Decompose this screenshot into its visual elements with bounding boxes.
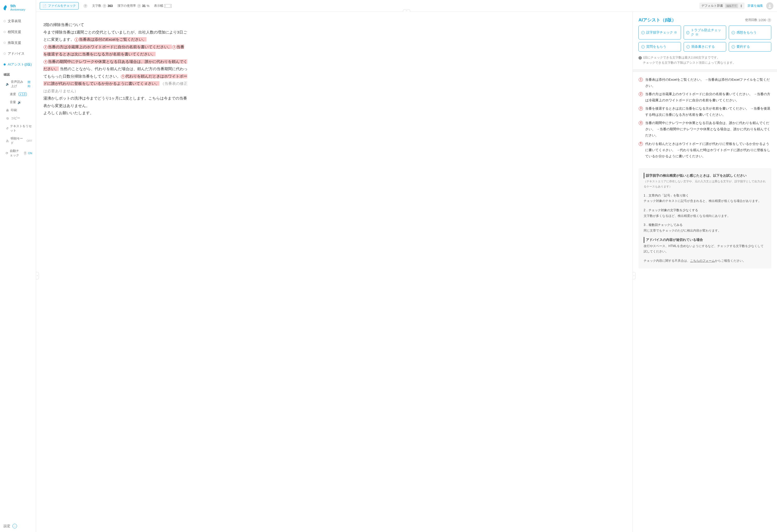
suggestion-row[interactable]: 1当番表は添付のExcelをご覧ください。 →当番表は添付のExcelファイルを… xyxy=(639,77,771,89)
reset-icon: ↺ xyxy=(6,127,8,130)
mincho-toggle[interactable]: あ明朝モード OFF xyxy=(0,135,36,147)
nav-dot-icon xyxy=(4,63,6,65)
help-icon[interactable]: ? xyxy=(137,4,141,8)
display-width-control[interactable]: 表示幅 xyxy=(154,4,172,8)
nav-dot-icon xyxy=(4,31,6,33)
print-button[interactable]: 🖶印刷 xyxy=(0,106,36,114)
print-icon: 🖶 xyxy=(6,109,9,112)
assist-button-grid: ✓誤字脱字チェック ※✓トラブル防止チェック ※✓感想をもらう✓質問をもらう✓箇… xyxy=(633,25,777,55)
logo[interactable]: 5th Anniversary xyxy=(0,0,36,16)
chevron-updown-icon: ▲▼ xyxy=(740,4,743,8)
marker-1[interactable]: 1 xyxy=(75,38,79,42)
check-circle-icon: ✓ xyxy=(686,31,689,34)
assist-header: AIアシスト（β版） 使用回数 1/200 ? xyxy=(633,12,777,25)
char-count-stat: 文字数 ? 363 xyxy=(92,4,113,8)
dictionary-select[interactable]: デフォルト辞書 編集不可 ▲▼ xyxy=(699,3,745,9)
font-icon: あ xyxy=(6,139,9,143)
nav-item-0[interactable]: 文章表現 xyxy=(0,16,36,26)
tip-item: 1．文章内の「記号」を取り除くチェック対象のテキストに記号が含まれると、検出精度… xyxy=(644,193,766,204)
autocheck-toggle[interactable]: ⟳自動チェック ? ON xyxy=(0,147,36,159)
document-text[interactable]: 2階の掃除当番について 今まで掃除当番は1週間ごとの交代としていましたが、出社人… xyxy=(43,21,188,117)
marker-1: 1 xyxy=(639,78,643,82)
assist-button-0[interactable]: ✓誤字脱字チェック ※ xyxy=(639,25,681,39)
speech-volume[interactable]: 音量 🔊 xyxy=(0,98,36,106)
nav-item-3[interactable]: アドバイス xyxy=(0,48,36,59)
marker-4[interactable]: 4 xyxy=(43,60,48,64)
speaker-icon: 🔉 xyxy=(6,82,9,86)
suggestion-row[interactable]: 5代わりを頼んだときはホワイトボードに誰が代わりに登板をしているか分かるように書… xyxy=(639,141,771,159)
info-icon: i xyxy=(644,173,644,179)
user-icon xyxy=(768,4,772,8)
assist-button-4[interactable]: ✓箇条書きにする xyxy=(684,42,726,51)
speech-toggle[interactable]: 🔉 音声読み上げ 開始 xyxy=(0,78,36,90)
suggestions-list: 1当番表は添付のExcelをご覧ください。 →当番表は添付のExcelファイルを… xyxy=(633,72,777,166)
assist-button-3[interactable]: ✓質問をもらう xyxy=(639,42,681,51)
suggestion-row[interactable]: 4当番の期間中にテレワークや休業となる日ある場合は、誰かに代わりを頼んでください… xyxy=(639,120,771,138)
editor-pane[interactable]: ‹ 2階の掃除当番について 今まで掃除当番は1週間ごとの交代としていましたが、出… xyxy=(36,12,633,532)
settings-button[interactable]: 設定 ⋯ xyxy=(0,520,36,532)
volume-icon: 🔊 xyxy=(17,101,21,104)
confirm-section-label: 確認 xyxy=(0,70,36,78)
report-form-link[interactable]: こちらのフォーム xyxy=(690,259,715,263)
help-icon[interactable]: ? xyxy=(767,18,771,22)
copy-icon: ⧉ xyxy=(6,117,9,120)
nav-list: 文章表現校閲支援推敲支援アドバイスAIアシスト(β版) xyxy=(0,16,36,70)
assist-usage: 使用回数 1/200 ? xyxy=(745,18,771,22)
marker-4: 4 xyxy=(639,121,643,125)
marker-5: 5 xyxy=(639,142,643,146)
help-icon[interactable]: ? xyxy=(83,4,88,8)
width-toggle-icon xyxy=(164,4,172,8)
nav-item-1[interactable]: 校閲支援 xyxy=(0,26,36,37)
collapse-right-handle[interactable]: ‹ xyxy=(633,272,636,279)
check-circle-icon: ✓ xyxy=(641,45,645,48)
assist-note: i1回にチェックできる文字数は最大2,000文字までです。 チェックできる文字数… xyxy=(633,55,777,70)
settings-icon: ⋯ xyxy=(12,524,17,528)
leaf-icon xyxy=(3,5,9,11)
check-circle-icon: ✓ xyxy=(732,45,735,48)
app-root: 5th Anniversary 文章表現校閲支援推敲支援アドバイスAIアシスト(… xyxy=(0,0,777,532)
topbar: 📄 ファイルをチェック ? 文字数 ? 363 漢字の使用率 ? 31% 表示幅… xyxy=(36,0,777,12)
edit-dictionary-link[interactable]: 辞書を編集 xyxy=(748,4,763,8)
tips-box: i誤字脱字の検出精度が低いと感じたときは、以下をお試しください （テキストエリア… xyxy=(639,168,771,268)
main-column: 📄 ファイルをチェック ? 文字数 ? 363 漢字の使用率 ? 31% 表示幅… xyxy=(36,0,777,532)
copy-button[interactable]: ⧉コピー xyxy=(0,114,36,122)
check-circle-icon: ✓ xyxy=(641,31,645,34)
avatar[interactable] xyxy=(766,2,773,10)
workspace: ‹ 2階の掃除当番について 今まで掃除当番は1週間ごとの交代としていましたが、出… xyxy=(36,12,777,532)
suggestion-row[interactable]: 2当番の方は冷蔵庫上のホワイトボードに自分の名前を書いてください。 →当番の方は… xyxy=(639,91,771,103)
kanji-rate-stat: 漢字の使用率 ? 31% xyxy=(117,4,149,8)
tip-item: 2．チェック対象の文字数を少なくする文字数が多くなるほど、検出精度が低くなる傾向… xyxy=(644,208,766,219)
assist-button-1[interactable]: ✓トラブル防止チェック ※ xyxy=(684,25,726,39)
marker-2[interactable]: 2 xyxy=(43,45,48,49)
sidebar: 5th Anniversary 文章表現校閲支援推敲支援アドバイスAIアシスト(… xyxy=(0,0,36,532)
nav-dot-icon xyxy=(4,20,6,22)
panel-expand-handle[interactable]: ︿ xyxy=(403,9,410,12)
nav-dot-icon xyxy=(4,42,6,44)
reset-text-button[interactable]: ↺テキストをリセット xyxy=(0,122,36,135)
tip-item: 3．複数回チェックしてみる同じ文章でもチェックのたびに検出内容が変わります。 xyxy=(644,222,766,233)
collapse-left-handle[interactable]: ‹ xyxy=(36,272,39,279)
file-icon: 📄 xyxy=(42,4,46,8)
nav-item-2[interactable]: 推敲支援 xyxy=(0,37,36,48)
autocheck-icon: ⟳ xyxy=(6,151,8,155)
assist-title: AIアシスト（β版） xyxy=(639,17,676,23)
file-check-button[interactable]: 📄 ファイルをチェック xyxy=(40,2,79,10)
check-circle-icon: ✓ xyxy=(686,45,690,48)
speech-speed[interactable]: 速度 x 1.0 xyxy=(0,90,36,98)
check-circle-icon: ✓ xyxy=(732,31,735,34)
nav-item-4[interactable]: AIアシスト(β版) xyxy=(0,59,36,70)
assist-pane: ‹ AIアシスト（β版） 使用回数 1/200 ? ✓誤字脱字チェック ※✓トラ… xyxy=(633,12,777,532)
marker-3: 3 xyxy=(639,107,643,111)
anniversary-text: 5th Anniversary xyxy=(10,4,25,11)
help-icon[interactable]: ? xyxy=(102,4,107,8)
svg-point-0 xyxy=(769,4,770,6)
marker-3[interactable]: 3 xyxy=(172,45,176,49)
info-icon: i xyxy=(644,237,644,243)
info-icon: i xyxy=(639,56,642,59)
nav-dot-icon xyxy=(4,52,6,55)
suggestion-row[interactable]: 3当番を後退するときは次に当番をになる方が名前を書いてください。 →当番を後退す… xyxy=(639,106,771,118)
assist-button-5[interactable]: ✓要約する xyxy=(729,42,771,51)
assist-button-2[interactable]: ✓感想をもらう xyxy=(729,25,771,39)
help-icon[interactable]: ? xyxy=(24,151,26,155)
marker-5[interactable]: 5 xyxy=(121,75,125,79)
